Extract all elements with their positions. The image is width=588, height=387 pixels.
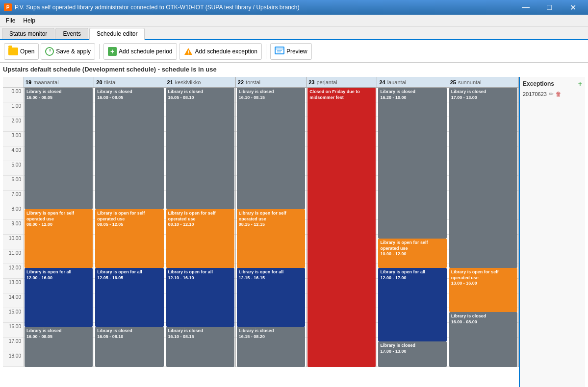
- schedule-block[interactable]: Library is closed 16.15 - 08.20: [237, 327, 305, 367]
- day-name: sunnuntai: [458, 79, 482, 85]
- schedule-block[interactable]: Library is open for all 12.00 - 17.00: [378, 268, 446, 341]
- tab-status-monitor[interactable]: Status monitor: [2, 28, 54, 39]
- schedule-block[interactable]: Library is closed 16.05 - 08.10: [166, 88, 234, 209]
- time-column: 0.001.002.003.004.005.006.007.008.009.00…: [3, 77, 24, 367]
- day-num: 21: [167, 79, 173, 85]
- day-num: 20: [96, 79, 102, 85]
- tab-schedule-editor[interactable]: Schedule editor: [89, 28, 145, 40]
- save-apply-button[interactable]: Save & apply: [41, 43, 95, 60]
- preview-button[interactable]: Preview: [270, 43, 312, 60]
- time-cell: 13.00: [3, 279, 24, 293]
- folder-icon: [8, 48, 18, 55]
- schedule-block[interactable]: Library is open for self operated use 13…: [449, 268, 517, 312]
- exception-delete-icon[interactable]: 🗑: [556, 91, 562, 97]
- day-name: perjantai: [316, 79, 337, 85]
- schedule-block[interactable]: Library is closed 16.10 - 08.15: [237, 88, 305, 209]
- day-name: keskiviikko: [175, 79, 201, 85]
- schedule-block[interactable]: Closed on Friday due to midsommer fest: [307, 88, 376, 367]
- svg-text:!: !: [188, 50, 189, 55]
- add-period-button[interactable]: + Add schedule period: [103, 43, 177, 60]
- day-cells-tue: Library is closed 16.00 - 08.05Library i…: [94, 88, 164, 367]
- time-cell: 17.00: [3, 338, 24, 352]
- add-period-label: Add schedule period: [119, 48, 172, 55]
- day-header-sun: 25sunnuntai: [448, 77, 518, 88]
- time-cell: 12.00: [3, 264, 24, 279]
- schedule-block[interactable]: Library is open for self operated use 08…: [25, 209, 93, 268]
- schedule-block[interactable]: Library is open for self operated use 08…: [237, 209, 305, 268]
- time-cell: 8.00: [3, 205, 24, 220]
- window-controls[interactable]: — □ ✕: [514, 0, 584, 15]
- add-exception-icon[interactable]: +: [578, 80, 582, 88]
- exceptions-title: Exceptions: [523, 80, 554, 87]
- menu-bar: File Help: [0, 15, 588, 26]
- day-col-fri: 23perjantaiLibrary is closed 16.15 - 08.…: [307, 77, 377, 367]
- schedule-block[interactable]: Library is open for all 12.00 - 16.00: [25, 268, 93, 327]
- day-name: maanantai: [33, 79, 58, 85]
- open-button[interactable]: Open: [4, 43, 39, 60]
- schedule-block[interactable]: Library is closed 16.05 - 08.10: [95, 327, 163, 367]
- separator-2: [266, 44, 266, 59]
- schedule-block[interactable]: Library is closed 16.00 - 08.05: [25, 327, 93, 367]
- day-name: lauantai: [387, 79, 407, 85]
- day-num: 23: [308, 79, 314, 85]
- tab-events[interactable]: Events: [55, 28, 88, 39]
- day-header-wed: 21keskiviikko: [165, 77, 235, 88]
- time-cell: 4.00: [3, 146, 24, 161]
- time-cell: 0.00: [3, 88, 24, 102]
- exception-edit-icon[interactable]: ✏: [549, 91, 554, 97]
- tab-bar: Status monitor Events Schedule editor: [0, 26, 588, 40]
- minimize-button[interactable]: —: [514, 0, 537, 15]
- schedule-block[interactable]: Library is open for self operated use 08…: [166, 209, 234, 268]
- day-cells-sun: Library is closed 17.00 - 13.00Library i…: [448, 88, 518, 367]
- window-title: P.V. Supa self operated library administ…: [15, 4, 299, 11]
- close-button[interactable]: ✕: [562, 0, 584, 15]
- day-col-sun: 25sunnuntaiLibrary is closed 17.00 - 13.…: [448, 77, 519, 367]
- time-cell: 6.00: [3, 176, 24, 191]
- exceptions-panel: Exceptions + 20170623 ✏ 🗑: [519, 77, 585, 387]
- add-exception-label: Add schedule exception: [195, 48, 257, 55]
- time-cell: 18.00: [3, 352, 24, 367]
- time-cells: 0.001.002.003.004.005.006.007.008.009.00…: [3, 88, 24, 367]
- menu-file[interactable]: File: [2, 16, 19, 25]
- day-col-tue: 20tiistaiLibrary is closed 16.00 - 08.05…: [94, 77, 165, 367]
- add-exception-button[interactable]: ! Add schedule exception: [179, 43, 262, 60]
- schedule-block[interactable]: Library is closed 16.00 - 08.00: [449, 312, 517, 367]
- schedule-block[interactable]: Library is closed 16.10 - 08.15: [166, 327, 234, 367]
- title-bar-left: P P.V. Supa self operated library admini…: [4, 3, 299, 11]
- schedule-block[interactable]: Library is open for all 12.15 - 16.15: [237, 268, 305, 327]
- day-num: 19: [26, 79, 31, 85]
- time-cell: 1.00: [3, 102, 24, 117]
- days-container: 19maanantaiLibrary is closed 16.00 - 08.…: [24, 77, 519, 367]
- schedule-block[interactable]: Library is closed 17.00 - 13.00: [378, 341, 446, 367]
- day-cells-mon: Library is closed 16.00 - 08.05Library i…: [24, 88, 94, 367]
- day-header-tue: 20tiistai: [94, 77, 164, 88]
- schedule-block[interactable]: Library is closed 16.00 - 08.05: [95, 88, 163, 209]
- schedule-block[interactable]: Library is open for all 12.10 - 16.10: [166, 268, 234, 327]
- time-cell: 3.00: [3, 132, 24, 146]
- schedule-block[interactable]: Library is closed 16.20 - 10.00: [378, 88, 446, 239]
- day-header-sat: 24lauantai: [377, 77, 447, 88]
- preview-label: Preview: [286, 48, 307, 55]
- day-col-mon: 19maanantaiLibrary is closed 16.00 - 08.…: [24, 77, 94, 367]
- open-label: Open: [20, 48, 34, 55]
- day-col-wed: 21keskiviikkoLibrary is closed 16.05 - 0…: [165, 77, 236, 367]
- day-cells-sat: Library is closed 16.20 - 10.00Library i…: [377, 88, 447, 367]
- schedule-block[interactable]: Library is closed 16.00 - 08.05: [25, 88, 93, 209]
- day-num: 22: [238, 79, 244, 85]
- day-num: 25: [450, 79, 456, 85]
- time-cell: 7.00: [3, 191, 24, 205]
- schedule-block[interactable]: Library is closed 17.00 - 13.00: [449, 88, 517, 268]
- time-cell: 11.00: [3, 249, 24, 264]
- time-cell: 14.00: [3, 293, 24, 308]
- day-col-sat: 24lauantaiLibrary is closed 16.20 - 10.0…: [377, 77, 448, 367]
- schedule-block[interactable]: Library is open for all 12.05 - 16.05: [95, 268, 163, 327]
- preview-icon: [275, 47, 284, 56]
- day-name: torstai: [246, 79, 260, 85]
- maximize-button[interactable]: □: [538, 0, 561, 15]
- schedule-block[interactable]: Library is open for self operated use 08…: [95, 209, 163, 268]
- day-cells-thu: Library is closed 16.10 - 08.15Library i…: [236, 88, 306, 367]
- schedule-block[interactable]: Library is open for self operated use 10…: [378, 239, 446, 268]
- time-cell: 10.00: [3, 235, 24, 249]
- calendar-area: 0.001.002.003.004.005.006.007.008.009.00…: [3, 77, 519, 387]
- menu-help[interactable]: Help: [19, 16, 39, 25]
